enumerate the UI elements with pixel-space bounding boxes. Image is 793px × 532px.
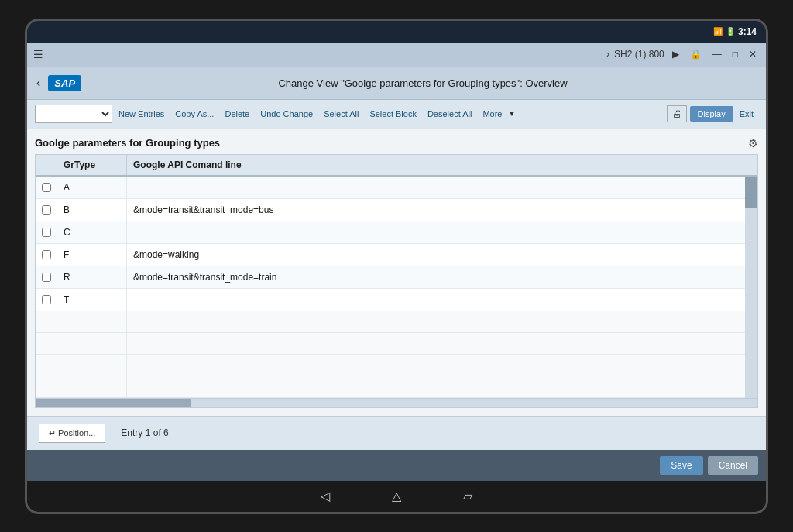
- sap-logo: SAP: [48, 75, 81, 91]
- horizontal-scrollbar-thumb[interactable]: [36, 399, 191, 407]
- checkbox-f[interactable]: [42, 250, 51, 259]
- row-grtype-a: A: [57, 177, 127, 198]
- row-checkbox-b[interactable]: [36, 199, 57, 221]
- scrollbar-thumb[interactable]: [745, 177, 757, 208]
- row-api-c: [127, 221, 745, 243]
- table-scroll-area: A B &mode=transit&transit_mode=bus: [36, 177, 757, 398]
- checkbox-c[interactable]: [42, 228, 51, 237]
- close-btn[interactable]: ✕: [746, 47, 760, 61]
- android-nav-bar: ◁ △ ▱: [27, 481, 766, 512]
- table-header: GrType Google API Comand line: [36, 155, 757, 177]
- battery-icon: 🔋: [726, 27, 735, 36]
- table-row: B &mode=transit&transit_mode=bus: [36, 199, 745, 221]
- row-grtype-r: R: [57, 266, 127, 288]
- row-api-f: &mode=walking: [127, 244, 745, 266]
- vertical-scrollbar[interactable]: [745, 177, 757, 398]
- row-api-t: [127, 289, 745, 311]
- home-nav-button[interactable]: △: [392, 489, 401, 503]
- footer-bar: ↵ Position... Entry 1 of 6: [27, 416, 766, 450]
- toolbar: New Entries Copy As... Delete Undo Chang…: [27, 100, 766, 129]
- cancel-button[interactable]: Cancel: [708, 456, 758, 475]
- empty-grtype: [57, 311, 127, 332]
- header-checkbox-col: [36, 155, 57, 175]
- row-api-r: &mode=transit&transit_mode=train: [127, 266, 745, 288]
- status-time: 3:14: [738, 26, 757, 37]
- table-row-empty: [36, 333, 745, 355]
- window-titlebar: ☰ › SH2 (1) 800 ▶ 🔒 — □ ✕: [27, 43, 766, 67]
- horizontal-scrollbar[interactable]: [36, 398, 757, 407]
- copy-as-button[interactable]: Copy As...: [170, 107, 218, 121]
- empty-checkbox: [36, 332, 57, 354]
- empty-checkbox: [36, 311, 57, 332]
- table-container: GrType Google API Comand line A: [35, 154, 758, 408]
- new-entries-button[interactable]: New Entries: [114, 107, 169, 121]
- row-checkbox-t[interactable]: [36, 289, 57, 311]
- lock-btn[interactable]: 🔒: [687, 47, 705, 61]
- back-button[interactable]: ‹: [36, 76, 40, 90]
- row-checkbox-a[interactable]: [36, 177, 57, 198]
- row-checkbox-c[interactable]: [36, 221, 57, 243]
- row-grtype-c: C: [57, 221, 127, 243]
- deselect-all-button[interactable]: Deselect All: [423, 107, 476, 121]
- more-arrow-icon: ▼: [508, 110, 515, 118]
- empty-api: [127, 376, 745, 397]
- header-scroll-spacer: [745, 155, 757, 175]
- empty-grtype: [57, 332, 127, 354]
- window-header: ‹ SAP Change View "Goolge parameters for…: [27, 67, 766, 100]
- sap-window: ☰ › SH2 (1) 800 ▶ 🔒 — □ ✕ ‹ SAP Change V…: [27, 43, 766, 481]
- more-button-container[interactable]: More ▼: [478, 107, 515, 121]
- row-api-a: [127, 177, 745, 198]
- display-button[interactable]: Display: [690, 106, 733, 122]
- section-title: Goolge parameters for Grouping types: [35, 137, 220, 149]
- table-row: A: [36, 177, 745, 199]
- hamburger-icon[interactable]: ☰: [33, 48, 43, 60]
- empty-api: [127, 311, 745, 332]
- main-content: Goolge parameters for Grouping types ⚙ G…: [27, 129, 766, 416]
- printer-button[interactable]: 🖨: [667, 105, 687, 122]
- more-button[interactable]: More: [478, 107, 506, 121]
- header-grtype: GrType: [57, 155, 127, 175]
- empty-grtype: [57, 376, 127, 397]
- undo-change-button[interactable]: Undo Change: [256, 107, 318, 121]
- save-button[interactable]: Save: [660, 456, 702, 475]
- back-nav-button[interactable]: ◁: [321, 489, 330, 503]
- empty-checkbox: [36, 354, 57, 376]
- checkbox-r[interactable]: [42, 273, 51, 282]
- minimize-btn[interactable]: —: [709, 47, 725, 61]
- window-title: Change View "Goolge parameters for Group…: [89, 77, 757, 89]
- row-grtype-b: B: [57, 199, 127, 221]
- entry-info: Entry 1 of 6: [121, 427, 168, 438]
- checkbox-b[interactable]: [42, 205, 51, 215]
- table-rows-area: A B &mode=transit&transit_mode=bus: [36, 177, 745, 398]
- select-block-button[interactable]: Select Block: [365, 107, 421, 121]
- header-api: Google API Comand line: [127, 155, 745, 175]
- table-row-empty: [36, 355, 745, 376]
- checkbox-a[interactable]: [42, 183, 51, 192]
- play-btn[interactable]: ▶: [669, 47, 682, 61]
- settings-icon[interactable]: ⚙: [748, 137, 758, 149]
- titlebar-chevron: ›: [606, 49, 609, 60]
- maximize-btn[interactable]: □: [729, 47, 741, 61]
- row-grtype-t: T: [57, 289, 127, 311]
- delete-button[interactable]: Delete: [220, 107, 254, 121]
- empty-api: [127, 354, 745, 376]
- table-row: R &mode=transit&transit_mode=train: [36, 266, 745, 289]
- position-button[interactable]: ↵ Position...: [39, 424, 105, 443]
- checkbox-t[interactable]: [42, 295, 51, 304]
- recent-nav-button[interactable]: ▱: [463, 489, 472, 503]
- server-label: SH2 (1) 800: [614, 49, 664, 60]
- toolbar-dropdown[interactable]: [35, 105, 112, 123]
- device-frame: 📶 🔋 3:14 ☰ › SH2 (1) 800 ▶ 🔒 — □ ✕ ‹ SAP…: [25, 19, 768, 514]
- table-row: T: [36, 289, 745, 311]
- status-bar: 📶 🔋 3:14: [27, 21, 766, 43]
- select-all-button[interactable]: Select All: [319, 107, 363, 121]
- exit-button[interactable]: Exit: [735, 107, 758, 121]
- row-checkbox-r[interactable]: [36, 266, 57, 288]
- row-grtype-f: F: [57, 244, 127, 266]
- row-checkbox-f[interactable]: [36, 244, 57, 266]
- section-header: Goolge parameters for Grouping types ⚙: [35, 137, 758, 149]
- empty-api: [127, 332, 745, 354]
- wifi-icon: 📶: [713, 27, 723, 36]
- action-bar: Save Cancel: [27, 450, 766, 481]
- table-row-empty: [36, 376, 745, 398]
